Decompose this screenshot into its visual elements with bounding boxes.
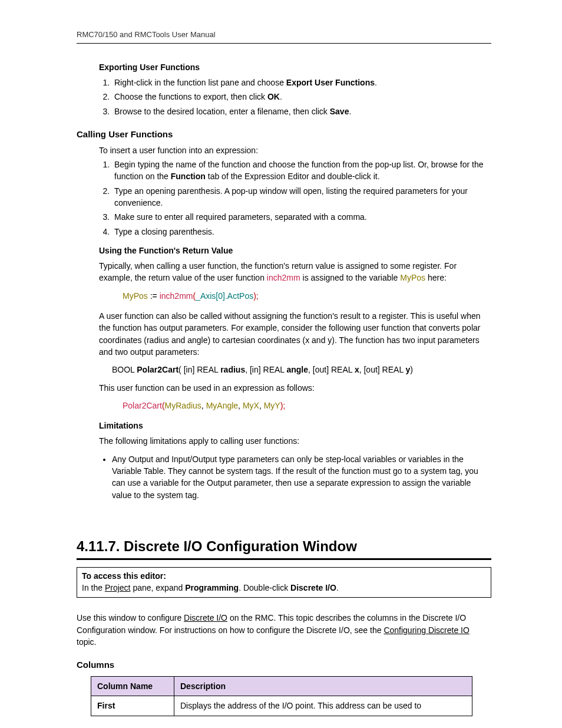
calling-intro: To insert a user function into an expres… [99, 144, 491, 156]
col-header-name: Column Name [91, 676, 174, 696]
columns-table: Column Name Description First Displays t… [91, 676, 472, 716]
limitations-intro: The following limitations apply to calli… [99, 435, 491, 447]
using-return-heading: Using the Function's Return Value [99, 245, 491, 256]
config-para: Use this window to configure Discrete I/… [77, 612, 491, 648]
code-example-1: MyPos := inch2mm(_Axis[0].ActPos); [123, 290, 491, 302]
table-header-row: Column Name Description [91, 676, 472, 696]
cell-name: First [91, 696, 174, 716]
configuring-io-link[interactable]: Configuring Discrete IO [384, 625, 470, 635]
limitations-heading: Limitations [99, 420, 491, 431]
calling-steps-list: Begin typing the name of the function an… [99, 159, 491, 238]
access-title: To access this editor: [82, 571, 166, 581]
header-rule [77, 43, 491, 44]
list-item: Browse to the desired location, enter a … [112, 106, 491, 117]
table-row: First Displays the address of the I/O po… [91, 696, 472, 716]
list-item: Right-click in the function list pane an… [112, 77, 491, 88]
col-header-desc: Description [174, 676, 472, 696]
list-item: Choose the functions to export, then cli… [112, 91, 491, 103]
project-link[interactable]: Project [105, 583, 131, 592]
list-item: Type a closing parenthesis. [112, 226, 491, 238]
limitations-list: Any Output and Input/Output type paramet… [82, 453, 491, 501]
code-example-2: Polar2Cart(MyRadius, MyAngle, MyX, MyY); [123, 400, 491, 411]
list-item: Make sure to enter all required paramete… [112, 211, 491, 223]
section-title: 4.11.7. Discrete I/O Configuration Windo… [77, 536, 491, 557]
export-steps-list: Right-click in the function list pane an… [99, 77, 491, 117]
discrete-io-link[interactable]: Discrete I/O [184, 613, 227, 622]
list-item: Any Output and Input/Output type paramet… [112, 453, 491, 501]
calling-heading: Calling User Functions [77, 128, 491, 141]
after-sig-text: This user function can be used in an exp… [99, 382, 491, 394]
access-box: To access this editor: In the Project pa… [77, 567, 491, 598]
section-rule [77, 558, 491, 560]
running-header: RMC70/150 and RMCTools User Manual [77, 29, 491, 41]
cell-desc: Displays the address of the I/O point. T… [174, 696, 472, 716]
inline-code: inch2mm [267, 273, 300, 282]
columns-heading: Columns [77, 658, 491, 671]
using-return-para: Typically, when calling a user function,… [99, 260, 491, 284]
list-item: Type an opening parenthesis. A pop-up wi… [112, 185, 491, 209]
inline-code: MyPos [400, 273, 425, 282]
function-signature: BOOL Polar2Cart( [in] REAL radius, [in] … [112, 364, 491, 375]
document-page: RMC70/150 and RMCTools User Manual Expor… [0, 0, 562, 728]
export-heading: Exporting User Functions [99, 61, 491, 73]
after-code1-para: A user function can also be called witho… [99, 310, 491, 358]
list-item: Begin typing the name of the function an… [112, 159, 491, 183]
